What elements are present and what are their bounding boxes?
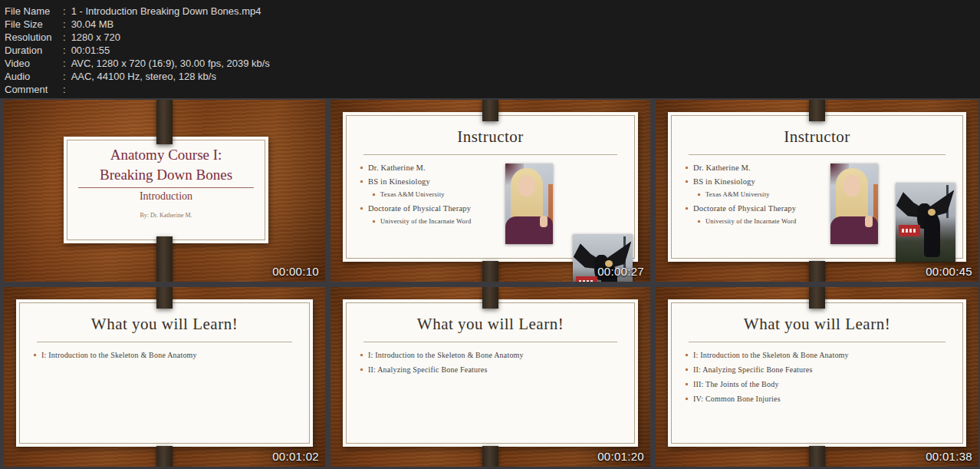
learn-slide-card: What you will Learn! I: Introduction to …: [16, 299, 313, 447]
bullet-text: III: The Joints of the Body: [693, 380, 779, 388]
frame-timestamp: 00:01:20: [597, 450, 644, 463]
bullet-text: Texas A&M University: [705, 190, 770, 198]
bullet-text: University of the Incarnate Word: [380, 217, 471, 225]
ribbon-strap-top: [482, 100, 498, 121]
slide-title: Instructor: [668, 127, 966, 147]
bullet-text: Doctorate of Physical Therapy: [693, 204, 796, 213]
ribbon-strap-top: [156, 100, 173, 144]
bullet-list: Dr. Katherine M. BS in Kinesiology Texas…: [343, 163, 638, 225]
bullet-text: BS in Kinesiology: [693, 177, 755, 186]
meta-label: Comment: [5, 83, 63, 96]
frame-timestamp: 00:00:45: [926, 265, 972, 278]
title-slide-card: Anatomy Course I: Breaking Down Bones In…: [64, 137, 268, 243]
bullet-marker-icon: [360, 180, 363, 183]
meta-row-comment: Comment:: [5, 83, 980, 96]
bullet-text: BS in Kinesiology: [368, 177, 430, 186]
graduation-eagle-photo: [896, 183, 955, 262]
slide-subtitle: Introduction: [64, 190, 268, 203]
bullet-text: I: Introduction to the Skeleton & Bone A…: [41, 351, 197, 359]
bullet-text: Dr. Katherine M.: [368, 163, 426, 172]
bullet-list: I: Introduction to the Skeleton & Bone A…: [668, 351, 966, 403]
bullet-marker-icon: [686, 207, 688, 210]
bullet-text: Dr. Katherine M.: [693, 163, 751, 172]
bullet-marker-icon: [686, 354, 688, 356]
bullet-item: I: Introduction to the Skeleton & Bone A…: [368, 351, 624, 359]
frame-timestamp: 00:00:10: [272, 265, 319, 278]
title-divider: [37, 342, 292, 342]
bullet-text: I: Introduction to the Skeleton & Bone A…: [368, 351, 524, 359]
bullet-list: I: Introduction to the Skeleton & Bone A…: [16, 351, 313, 359]
bullet-marker-icon: [373, 193, 375, 196]
bullet-text: II: Analyzing Specific Bone Features: [368, 365, 488, 374]
thumbnail-frame-6: What you will Learn! I: Introduction to …: [656, 287, 978, 467]
bullet-text: Doctorate of Physical Therapy: [368, 204, 471, 213]
slide-title: What you will Learn!: [16, 315, 313, 334]
bullet-item: BS in Kinesiology: [368, 177, 624, 186]
meta-label: Video: [5, 57, 63, 70]
video-contact-sheet: File Name:1 - Introduction Breaking Down…: [0, 0, 980, 469]
learn-slide-card: What you will Learn! I: Introduction to …: [343, 299, 638, 447]
slide-title: What you will Learn!: [668, 315, 966, 334]
photo-detail: [899, 225, 920, 236]
meta-label: File Name: [5, 5, 63, 18]
title-divider: [689, 342, 945, 342]
thumbnail-frame-5: What you will Learn! I: Introduction to …: [331, 287, 650, 467]
meta-value: 1 - Introduction Breaking Down Bones.mp4: [71, 5, 261, 18]
bullet-item: Dr. Katherine M.: [368, 163, 624, 172]
frame-timestamp: 00:01:38: [926, 450, 972, 463]
bullet-item: III: The Joints of the Body: [693, 380, 952, 388]
slide-title-line1: Anatomy Course I:: [64, 145, 268, 165]
thumbnail-frame-4: What you will Learn! I: Introduction to …: [4, 287, 325, 467]
bullet-item: I: Introduction to the Skeleton & Bone A…: [693, 351, 952, 359]
bullet-marker-icon: [34, 354, 36, 356]
meta-row-resolution: Resolution:1280 x 720: [5, 31, 980, 44]
meta-value: 30.04 MB: [71, 18, 114, 31]
photo-detail: [924, 213, 940, 257]
ribbon-strap-top: [156, 287, 173, 309]
bullet-item: II: Analyzing Specific Bone Features: [368, 365, 624, 374]
ribbon-strap-bottom: [809, 261, 825, 282]
ribbon-strap-bottom: [482, 446, 498, 467]
meta-label: Resolution: [5, 31, 63, 44]
meta-colon: :: [63, 44, 66, 57]
bullet-marker-icon: [373, 220, 375, 223]
meta-row-filename: File Name:1 - Introduction Breaking Down…: [5, 5, 980, 18]
meta-row-filesize: File Size:30.04 MB: [5, 18, 980, 31]
bullet-item: University of the Incarnate Word: [380, 218, 624, 225]
meta-row-duration: Duration:00:01:55: [5, 44, 980, 57]
bullet-marker-icon: [698, 193, 700, 196]
bullet-marker-icon: [686, 368, 688, 371]
slide-title: What you will Learn!: [343, 315, 638, 334]
ribbon-strap-bottom: [809, 446, 825, 467]
meta-value: AVC, 1280 x 720 (16:9), 30.00 fps, 2039 …: [71, 57, 270, 70]
bullet-list: I: Introduction to the Skeleton & Bone A…: [343, 351, 638, 374]
ribbon-strap-top: [482, 287, 498, 309]
ribbon-strap-top: [809, 287, 825, 309]
meta-value: 00:01:55: [71, 44, 110, 57]
bullet-text: IV: Common Bone Injuries: [693, 395, 781, 403]
frame-timestamp: 00:00:27: [597, 265, 644, 278]
meta-colon: :: [63, 70, 66, 83]
ribbon-strap-bottom: [156, 236, 173, 282]
ribbon-strap-top: [809, 100, 825, 121]
meta-row-audio: Audio:AAC, 44100 Hz, stereo, 128 kb/s: [5, 70, 980, 83]
instructor-portrait-photo: [830, 163, 878, 244]
slide-byline: By: Dr. Katherine M.: [64, 212, 268, 219]
meta-colon: :: [63, 57, 66, 70]
bullet-item: II: Analyzing Specific Bone Features: [693, 365, 952, 374]
bullet-marker-icon: [686, 180, 688, 183]
bullet-text: Texas A&M University: [380, 190, 445, 198]
bullet-text: I: Introduction to the Skeleton & Bone A…: [693, 351, 849, 359]
bullet-marker-icon: [698, 220, 700, 223]
video-metadata-panel: File Name:1 - Introduction Breaking Down…: [0, 0, 980, 98]
meta-colon: :: [63, 31, 66, 44]
title-divider: [78, 187, 255, 188]
photo-detail: [576, 276, 597, 282]
bullet-marker-icon: [686, 167, 688, 169]
bullet-item: Doctorate of Physical Therapy: [368, 204, 624, 213]
bullet-item: Dr. Katherine M.: [693, 163, 952, 172]
thumbnail-frame-2: Instructor Dr. Katherine M. BS in Kinesi…: [331, 100, 650, 282]
bullet-item: I: Introduction to the Skeleton & Bone A…: [41, 351, 299, 359]
learn-slide-card: What you will Learn! I: Introduction to …: [668, 299, 966, 447]
ribbon-strap-bottom: [482, 261, 498, 282]
